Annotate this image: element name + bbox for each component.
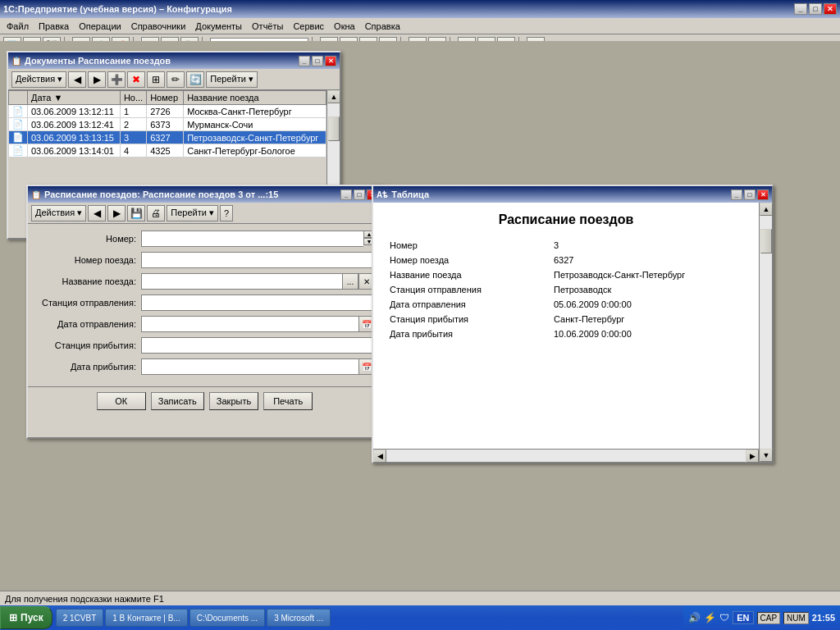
arr-station-label: Станция прибытия: <box>34 340 141 350</box>
menu-help[interactable]: Справка <box>360 20 405 33</box>
ok-button[interactable]: ОК <box>97 392 146 410</box>
report-key: Название поезда <box>390 270 554 280</box>
edit-footer: ОК Записать Закрыть Печать <box>28 386 381 415</box>
arr-station-input[interactable]: Санкт-Петербург <box>141 337 375 354</box>
report-row: Номер 3 <box>390 240 742 250</box>
report-scrollbar-h[interactable]: ◀ ▶ <box>373 449 759 462</box>
doc-list-title-bar: 📋 Документы Расписание поездов _ □ ✕ <box>8 52 340 69</box>
report-value: 6327 <box>554 255 742 265</box>
edit-print-btn[interactable]: 🖨 <box>147 205 165 221</box>
row-icon-cell: 📄 <box>9 131 28 144</box>
table-row[interactable]: 📄 03.06.2009 13:12:11 1 2726 Москва-Санк… <box>9 105 326 118</box>
save-button[interactable]: Записать <box>151 392 204 410</box>
menu-windows[interactable]: Окна <box>329 20 360 33</box>
main-title-text: 1С:Предприятие (учебная версия) – Конфиг… <box>3 4 794 14</box>
tray-network-icon[interactable]: 🔊 <box>688 612 701 623</box>
lang-indicator[interactable]: EN <box>733 611 753 624</box>
doc-list-del-btn[interactable]: ✖ <box>127 71 145 88</box>
close-button[interactable]: ✕ <box>824 3 837 15</box>
row-icon-cell: 📄 <box>9 144 28 158</box>
menu-operations[interactable]: Операции <box>74 20 126 33</box>
train-number-input[interactable]: 6327 <box>141 252 375 268</box>
report-scrollbar-v[interactable]: ▲ ▼ <box>759 203 772 462</box>
doc-list-refresh-btn[interactable]: 🔄 <box>186 71 204 88</box>
row-num-cell: 3 <box>120 131 146 144</box>
table-row[interactable]: 📄 03.06.2009 13:13:15 3 6327 Петрозаводс… <box>9 131 326 144</box>
report-close[interactable]: ✕ <box>757 189 769 200</box>
row-name-cell: Санкт-Петербург-Бологое <box>184 144 326 158</box>
edit-save-icon-btn[interactable]: 💾 <box>127 205 145 221</box>
scroll-up-btn[interactable]: ▲ <box>327 90 340 103</box>
os-taskbar-app[interactable]: C:\Documents ... <box>189 609 265 627</box>
dep-date-input[interactable]: 05.06.2009 0:00:00 <box>141 316 358 332</box>
menu-references[interactable]: Справочники <box>126 20 191 33</box>
report-scroll-up[interactable]: ▲ <box>760 203 773 216</box>
row-name-cell: Мурманск-Сочи <box>184 118 326 131</box>
doc-list-icon: 📋 <box>11 57 21 66</box>
start-button[interactable]: ⊞ Пуск <box>0 606 52 629</box>
edit-next-btn[interactable]: ▶ <box>107 205 126 221</box>
report-value: Санкт-Петербург <box>554 314 742 324</box>
edit-actions-btn[interactable]: Действия ▾ <box>31 205 86 221</box>
close-form-button[interactable]: Закрыть <box>209 392 258 410</box>
report-hscroll-left[interactable]: ◀ <box>373 450 386 463</box>
os-taskbar-app[interactable]: 3 Microsoft ... <box>267 609 331 627</box>
os-taskbar-app[interactable]: 1 В Контакте | В... <box>105 609 187 627</box>
table-row[interactable]: 📄 03.06.2009 13:14:01 4 4325 Санкт-Петер… <box>9 144 326 158</box>
train-name-input[interactable]: Петрозаводск-Санкт-Петербург <box>141 273 342 290</box>
dep-date-label: Дата отправления: <box>34 319 141 329</box>
field-row-number: Номер: ▲ ▼ <box>34 231 375 247</box>
report-value: 05.06.2009 0:00:00 <box>554 299 742 309</box>
doc-list-copy-btn[interactable]: ⊞ <box>147 71 165 88</box>
report-minimize[interactable]: _ <box>731 189 742 200</box>
start-icon: ⊞ <box>9 612 17 623</box>
doc-list-minimize[interactable]: _ <box>299 56 310 66</box>
doc-list-actions-btn[interactable]: Действия ▾ <box>11 71 66 88</box>
report-scroll-down[interactable]: ▼ <box>760 449 773 462</box>
doc-list-add-btn[interactable]: ➕ <box>107 71 126 88</box>
train-name-select-btn[interactable]: ... <box>342 273 358 290</box>
edit-back-btn[interactable]: ◀ <box>88 205 106 221</box>
report-value: Петрозаводск <box>554 285 742 294</box>
report-row: Номер поезда 6327 <box>390 255 742 265</box>
doc-list-close[interactable]: ✕ <box>325 56 336 66</box>
edit-maximize[interactable]: □ <box>354 189 365 200</box>
doc-list-next-btn[interactable]: ▶ <box>88 71 106 88</box>
edit-help-btn[interactable]: ? <box>220 205 233 221</box>
doc-list-back-btn[interactable]: ◀ <box>68 71 86 88</box>
print-button[interactable]: Печать <box>263 392 313 410</box>
report-scroll-thumb[interactable] <box>760 229 772 253</box>
edit-minimize[interactable]: _ <box>340 189 352 200</box>
doc-list-edit-btn[interactable]: ✏ <box>167 71 185 88</box>
tray-volume-icon[interactable]: ⚡ <box>704 612 716 623</box>
edit-icon: 📋 <box>31 190 41 199</box>
table-row[interactable]: 📄 03.06.2009 13:12:41 2 6373 Мурманск-Со… <box>9 118 326 131</box>
report-hscroll-right[interactable]: ▶ <box>746 450 759 463</box>
menu-service[interactable]: Сервис <box>288 20 329 33</box>
os-taskbar-app[interactable]: 2 1CVBT <box>56 609 104 627</box>
edit-goto-btn[interactable]: Перейти ▾ <box>167 205 218 221</box>
arr-date-input[interactable]: 10.06.2009 0:00:00 <box>141 358 358 375</box>
minimize-button[interactable]: _ <box>794 3 807 15</box>
col-icon-header[interactable] <box>9 91 28 105</box>
maximize-button[interactable]: □ <box>809 3 822 15</box>
report-hscroll-track[interactable] <box>386 450 746 462</box>
dep-station-input[interactable]: Петрозаводск <box>141 294 375 311</box>
report-maximize[interactable]: □ <box>744 189 756 200</box>
scroll-thumb[interactable] <box>328 116 340 141</box>
field-row-arr-date: Дата прибытия: 10.06.2009 0:00:00 📅 <box>34 358 375 375</box>
menu-documents[interactable]: Документы <box>190 20 247 33</box>
menu-reports[interactable]: Отчёты <box>247 20 288 33</box>
doc-list-goto-btn[interactable]: Перейти ▾ <box>206 71 258 88</box>
doc-list-maximize[interactable]: □ <box>312 56 323 66</box>
col-date-header[interactable]: Дата ▼ <box>28 91 121 105</box>
menu-edit[interactable]: Правка <box>34 20 74 33</box>
menu-file[interactable]: Файл <box>2 20 34 33</box>
number-input[interactable] <box>141 231 363 247</box>
tray-battery-icon[interactable]: 🛡 <box>719 612 729 623</box>
col-num-header[interactable]: Но... <box>120 91 146 105</box>
col-number-header[interactable]: Номер <box>147 91 184 105</box>
report-scroll-track[interactable] <box>760 216 772 449</box>
col-name-header[interactable]: Название поезда <box>184 91 326 105</box>
report-value: 3 <box>554 240 742 250</box>
